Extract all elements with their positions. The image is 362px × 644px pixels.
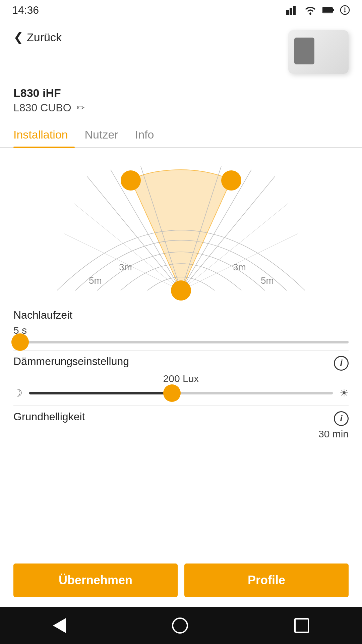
recents-nav-button[interactable] — [294, 618, 309, 633]
device-name: L830 CUBO — [13, 102, 71, 114]
back-nav-icon — [53, 618, 66, 633]
device-box — [288, 30, 349, 74]
device-info: L830 iHF L830 CUBO ✏ — [0, 80, 362, 114]
sun-icon: ☀ — [340, 387, 349, 399]
back-arrow-icon: ❮ — [13, 30, 23, 44]
settings-section: Nachlaufzeit 5 s Dämmerungseinstellung i… — [0, 306, 362, 440]
daemmerung-label: Dämmerungseinstellung — [13, 355, 129, 368]
status-bar: 14:36 — [0, 0, 362, 20]
back-nav-button[interactable] — [53, 618, 66, 633]
button-row: Übernehmen Profile — [0, 557, 362, 604]
grundhelligkeit-header: Grundhelligkeit i — [13, 411, 349, 426]
wifi-icon — [304, 5, 317, 15]
battery-icon — [322, 6, 335, 14]
daemmerung-slider-row: ☽ ☀ — [13, 387, 349, 399]
status-icons — [286, 5, 350, 15]
svg-marker-0 — [286, 10, 289, 15]
daemmerung-slider-track[interactable] — [29, 392, 333, 394]
radar-handle-left[interactable] — [121, 170, 141, 191]
device-name-row: L830 CUBO ✏ — [13, 102, 349, 114]
home-nav-button[interactable] — [172, 618, 188, 634]
radar-svg: 3m 3m 5m 5m — [54, 160, 308, 301]
divider-1 — [13, 350, 349, 351]
daemmerung-header: Dämmerungseinstellung i — [13, 355, 349, 371]
header: ❮ Zurück — [0, 20, 362, 80]
edit-icon[interactable]: ✏ — [77, 102, 84, 113]
daemmerung-info-icon[interactable]: i — [334, 356, 349, 371]
signal-icon — [286, 5, 298, 15]
grundhelligkeit-label: Grundhelligkeit — [13, 411, 85, 423]
back-button[interactable]: ❮ Zurück — [13, 30, 62, 44]
tab-info[interactable]: Info — [135, 124, 171, 147]
nachlaufzeit-slider-row — [13, 341, 349, 343]
svg-point-9 — [344, 11, 346, 12]
recents-nav-icon — [294, 618, 309, 633]
daemmerung-thumb[interactable] — [163, 384, 181, 402]
radar-chart: 3m 3m 5m 5m — [0, 158, 362, 302]
svg-rect-6 — [333, 9, 334, 11]
daemmerung-value: 200 Lux — [13, 373, 349, 384]
svg-text:3m: 3m — [233, 262, 246, 272]
nachlaufzeit-slider-track[interactable] — [13, 341, 349, 343]
android-nav-bar — [0, 607, 362, 644]
tab-installation[interactable]: Installation — [13, 124, 85, 147]
grundhelligkeit-info-icon[interactable]: i — [334, 411, 349, 426]
status-time: 14:36 — [12, 4, 39, 16]
svg-marker-2 — [293, 6, 296, 15]
nachlaufzeit-label: Nachlaufzeit — [13, 309, 349, 321]
svg-point-3 — [309, 13, 311, 15]
svg-rect-5 — [323, 8, 332, 12]
radar-handle-right[interactable] — [221, 170, 241, 191]
device-image — [275, 27, 349, 80]
nachlaufzeit-value: 5 s — [13, 325, 349, 336]
profile-button[interactable]: Profile — [184, 564, 349, 597]
svg-marker-1 — [290, 8, 292, 15]
grundhelligkeit-value: 30 min — [13, 428, 349, 440]
tab-nutzer[interactable]: Nutzer — [85, 124, 135, 147]
home-nav-icon — [172, 618, 188, 634]
moon-icon: ☽ — [13, 387, 22, 399]
back-label: Zurück — [27, 31, 62, 44]
svg-text:3m: 3m — [119, 262, 132, 272]
tabs: Installation Nutzer Info — [0, 114, 362, 148]
divider-2 — [13, 406, 349, 406]
device-face — [294, 38, 314, 64]
radar-handle-bottom[interactable] — [171, 280, 191, 301]
svg-text:5m: 5m — [261, 275, 274, 286]
svg-text:5m: 5m — [89, 275, 102, 286]
nachlaufzeit-thumb[interactable] — [11, 333, 29, 351]
device-model: L830 iHF — [13, 87, 349, 100]
notification-icon — [340, 5, 350, 15]
ubernehmen-button[interactable]: Übernehmen — [13, 564, 178, 597]
